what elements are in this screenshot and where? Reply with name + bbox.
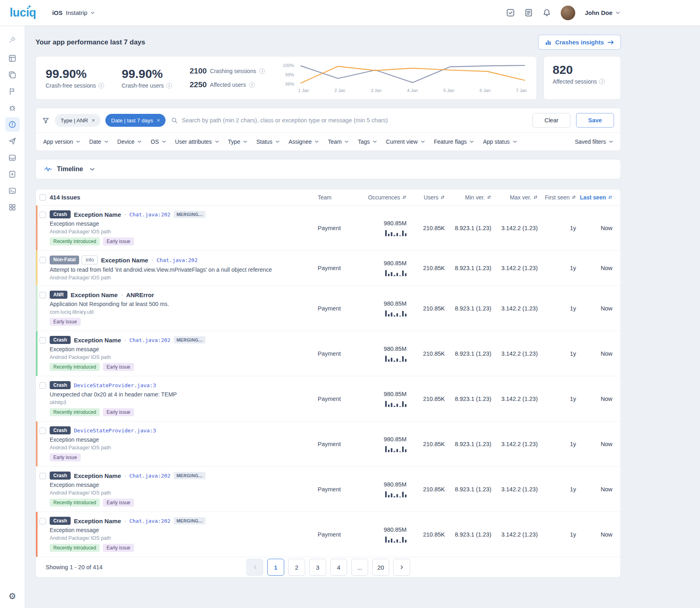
info-icon[interactable]: i [166,83,172,88]
sort-icon[interactable] [440,195,445,199]
info-icon[interactable]: i [259,68,265,74]
page-button-4[interactable]: 4 [330,559,347,576]
sidebar-item-flags[interactable] [5,84,20,99]
info-icon[interactable]: i [99,83,104,88]
issue-team: Payment [310,265,346,271]
table-row[interactable]: Crash Exception Name · Chat.java:202 MER… [36,205,620,251]
chip-close-icon[interactable]: × [157,117,160,124]
row-checkbox[interactable] [40,337,46,344]
sort-icon[interactable] [608,195,612,199]
filter-dropdown-current-view[interactable]: Current view [386,138,425,145]
filter-dropdown-status[interactable]: Status [256,138,280,145]
sort-icon[interactable] [533,195,538,199]
table-row[interactable]: Crash DeviceStateProvider.java:3 Unexpec… [36,376,620,421]
first-seen: 1y [538,396,576,402]
sidebar-item-terminal[interactable] [5,183,20,198]
filter-dropdown-os[interactable]: OS [151,138,166,145]
page-button-2[interactable]: 2 [288,559,305,576]
column-label: First seen [545,194,570,201]
apps-icon [8,203,16,211]
column-header-max-ver-[interactable]: Max ver. [491,194,538,201]
sidebar-item-dashboard[interactable] [5,51,20,65]
sidebar-item-bug-reports[interactable] [5,101,20,115]
row-checkbox[interactable] [40,257,46,263]
next-page-button[interactable] [393,559,410,576]
clear-button[interactable]: Clear [532,113,570,128]
settings-gear-icon[interactable]: ⚙ [8,592,16,601]
select-all-checkbox[interactable] [40,194,46,201]
issue-badges: ANR [50,291,67,299]
avatar[interactable] [561,6,575,20]
notifications-bell-icon[interactable] [543,8,551,17]
y-axis-tick: 99% [283,72,294,77]
filter-dropdown-user-attributes[interactable]: User attributes [175,138,219,145]
table-row[interactable]: Crash Exception Name · Chat.java:202 MER… [36,512,620,557]
row-checkbox[interactable] [40,473,46,479]
release-notes-icon[interactable] [524,8,533,17]
filter-dropdown-app-status[interactable]: App status [483,138,517,145]
page-button-20[interactable]: 20 [372,559,389,576]
search-input[interactable] [182,117,527,124]
column-header-users[interactable]: Users [407,194,445,201]
app-switcher[interactable]: iOS Instatrip [52,9,95,16]
sort-icon[interactable] [402,195,407,199]
sidebar-item-crashes[interactable] [5,117,20,132]
filter-dropdown-assignee[interactable]: Assignee [289,138,319,145]
timeline-section[interactable]: Timeline [36,159,621,179]
column-header-first-seen[interactable]: First seen [538,194,576,201]
filter-chip[interactable]: Date | last 7 days × [105,114,166,127]
crash-free-sessions-stat: 99.90% Crash-free sessions i [46,67,104,89]
sidebar-item-inbox[interactable] [5,150,20,165]
tasks-icon[interactable] [506,8,515,17]
filter-dropdown-team[interactable]: Team [328,138,349,145]
sidebar-item-reviews[interactable] [5,167,20,181]
column-header-occurrences[interactable]: Occurrences [346,194,407,201]
pagination-ellipsis[interactable]: ... [351,559,368,576]
issue-message: Application Not Responding for at least … [50,301,310,307]
issue-badges: Crash [50,472,71,480]
page-button-1[interactable]: 1 [267,559,284,576]
column-header-min-ver-[interactable]: Min ver. [445,194,491,201]
sort-icon[interactable] [487,195,491,199]
issue-team: Payment [310,441,346,447]
row-checkbox[interactable] [40,212,46,218]
previous-page-button[interactable] [246,559,263,576]
filter-dropdown-type[interactable]: Type [228,138,247,145]
issue-location: Chat.java:202 [157,257,198,263]
table-row[interactable]: Crash DeviceStateProvider.java:3 Excepti… [36,421,620,467]
filter-dropdown-device[interactable]: Device [117,138,142,145]
sidebar-item-reports[interactable] [5,67,20,82]
filter-dropdown-feature-flags[interactable]: Feature flags [434,138,474,145]
row-checkbox[interactable] [40,292,46,298]
max-version: 3.142.2 (1.23) [491,531,538,538]
chevron-down-icon[interactable] [90,168,95,171]
chevron-down-icon [76,140,80,143]
filter-chip[interactable]: Type | ANR × [55,114,101,127]
sidebar-item-apps[interactable] [5,200,20,214]
info-icon[interactable]: i [249,82,255,88]
table-row[interactable]: ANR Exception Name · ANRError Applicatio… [36,286,620,331]
filter-dropdown-app-version[interactable]: App version [43,138,80,145]
row-checkbox[interactable] [40,518,46,524]
row-checkbox[interactable] [40,382,46,389]
column-header-last-seen[interactable]: Last seen [576,194,612,201]
page-button-3[interactable]: 3 [309,559,326,576]
user-menu[interactable]: John Doe [585,9,620,16]
crashes-insights-button[interactable]: Crashes insights [538,35,621,50]
info-icon[interactable]: i [599,79,605,84]
table-row[interactable]: Crash Exception Name · Chat.java:202 MER… [36,467,620,512]
table-row[interactable]: Non-FatalInfo Exception Name · Chat.java… [36,251,620,286]
filter-dropdown-tags[interactable]: Tags [358,138,377,145]
saved-filters-dropdown[interactable]: Saved filters [575,138,613,145]
column-header-team[interactable]: Team [310,194,346,201]
filter-dropdown-date[interactable]: Date [89,138,109,145]
sidebar-item-pin[interactable] [5,32,20,47]
sidebar-item-releases[interactable] [5,134,20,148]
table-row[interactable]: Crash Exception Name · Chat.java:202 MER… [36,331,620,376]
row-checkbox[interactable] [40,428,46,434]
app-logo[interactable]: luciq [10,6,36,19]
sort-icon[interactable] [572,195,576,199]
save-button[interactable]: Save [576,113,614,128]
issue-tags: Recently introducedEarly issue [50,408,310,416]
chip-close-icon[interactable]: × [92,117,95,124]
